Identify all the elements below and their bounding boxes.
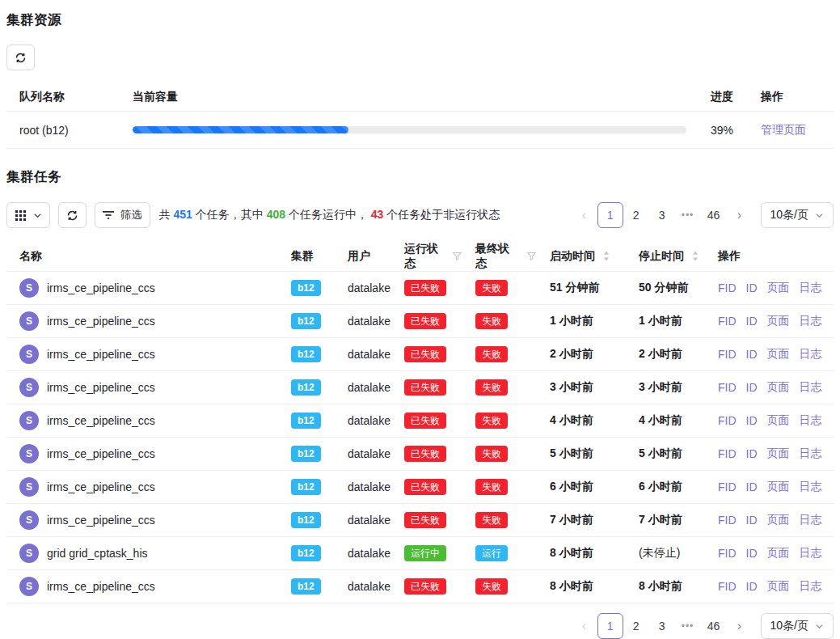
action-link-id[interactable]: ID (746, 348, 758, 361)
sorter-icon[interactable] (602, 250, 610, 262)
action-link-页面[interactable]: 页面 (767, 281, 790, 295)
run-status-tag: 已失败 (404, 413, 446, 429)
start-time: 5 小时前 (537, 446, 626, 461)
avatar: S (19, 477, 39, 497)
user-name: datalake (335, 580, 391, 593)
action-link-id[interactable]: ID (746, 514, 758, 527)
action-link-日志[interactable]: 日志 (800, 546, 822, 561)
action-link-fid[interactable]: FID (718, 514, 737, 527)
tasks-refresh-button[interactable] (58, 202, 87, 228)
action-link-页面[interactable]: 页面 (767, 446, 790, 461)
stop-time: 1 小时前 (626, 314, 705, 328)
resources-refresh-button[interactable] (6, 44, 35, 70)
pagination-page-2[interactable]: 2 (623, 613, 649, 639)
page-size-select[interactable]: 10条/页 (761, 202, 834, 228)
resources-table-header: 队列名称 当前容量 进度 操作 (6, 83, 834, 112)
action-link-页面[interactable]: 页面 (767, 314, 790, 328)
action-link-id[interactable]: ID (746, 281, 758, 294)
pagination-next[interactable]: › (727, 202, 753, 228)
final-status-filter[interactable] (526, 251, 537, 261)
action-link-fid[interactable]: FID (718, 381, 737, 394)
pagination-prev[interactable]: ‹ (572, 613, 597, 639)
action-link-id[interactable]: ID (746, 447, 758, 460)
cluster-tag: b12 (291, 346, 321, 362)
manage-page-link[interactable]: 管理页面 (761, 123, 806, 136)
user-name: datalake (335, 447, 391, 460)
action-link-id[interactable]: ID (746, 580, 758, 593)
stop-time: 6 小时前 (626, 480, 705, 494)
action-link-页面[interactable]: 页面 (767, 413, 790, 428)
pagination-page-46[interactable]: 46 (701, 613, 727, 639)
pagination-ellipsis[interactable]: ••• (675, 613, 701, 639)
page-size-value: 10条/页 (770, 619, 808, 633)
col-stop-time[interactable]: 停止时间 (626, 249, 705, 264)
pagination-prev[interactable]: ‹ (572, 202, 597, 228)
action-link-id[interactable]: ID (746, 414, 758, 427)
pagination-next[interactable]: › (727, 613, 753, 639)
page-size-select[interactable]: 10条/页 (761, 613, 834, 639)
action-link-日志[interactable]: 日志 (800, 347, 822, 362)
filter-funnel-icon[interactable] (526, 251, 537, 261)
action-link-id[interactable]: ID (746, 315, 758, 328)
action-link-fid[interactable]: FID (718, 547, 737, 560)
action-link-日志[interactable]: 日志 (800, 281, 822, 295)
run-status-tag: 运行中 (404, 545, 446, 561)
start-time: 2 小时前 (537, 347, 626, 362)
action-link-id[interactable]: ID (746, 381, 758, 394)
action-link-fid[interactable]: FID (718, 281, 737, 294)
action-link-日志[interactable]: 日志 (800, 480, 822, 494)
sorter-icon[interactable] (691, 250, 699, 262)
pagination-page-2[interactable]: 2 (623, 202, 649, 228)
filter-funnel-icon[interactable] (452, 251, 462, 261)
resource-row: root (b12) 39% 管理页面 (6, 112, 834, 149)
chevron-down-icon (815, 622, 824, 631)
action-link-日志[interactable]: 日志 (800, 579, 822, 594)
pagination-bottom: ‹123•••46›10条/页 (572, 613, 834, 639)
queue-name: root (b12) (6, 124, 120, 137)
action-link-fid[interactable]: FID (718, 480, 737, 493)
col-start-time[interactable]: 启动时间 (537, 249, 626, 264)
pagination-page-3[interactable]: 3 (649, 613, 675, 639)
table-row: Sirms_ce_pipeline_ccs b12 datalake 已失败 失… (6, 438, 834, 471)
pagination-page-1[interactable]: 1 (597, 613, 623, 639)
action-link-日志[interactable]: 日志 (800, 446, 822, 461)
tasks-toolbar: 筛选 共 451 个任务，其中 408 个任务运行中， 43 个任务处于非运行状… (6, 202, 834, 228)
start-time: 3 小时前 (537, 380, 626, 395)
cluster-tag: b12 (291, 479, 321, 495)
task-name: irms_ce_pipeline_ccs (47, 447, 155, 460)
action-link-fid[interactable]: FID (718, 414, 737, 427)
action-link-页面[interactable]: 页面 (767, 513, 790, 527)
run-status-filter[interactable] (452, 251, 462, 261)
action-link-日志[interactable]: 日志 (800, 413, 822, 428)
filter-button[interactable]: 筛选 (95, 202, 150, 228)
action-link-页面[interactable]: 页面 (767, 347, 790, 362)
action-link-日志[interactable]: 日志 (800, 314, 822, 328)
column-settings-button[interactable] (6, 202, 50, 228)
action-link-id[interactable]: ID (746, 547, 758, 560)
final-status-tag: 失败 (475, 379, 508, 396)
pagination-page-3[interactable]: 3 (649, 202, 675, 228)
action-link-页面[interactable]: 页面 (767, 546, 790, 561)
chevron-down-icon (815, 211, 824, 220)
action-link-日志[interactable]: 日志 (800, 380, 822, 395)
pagination-ellipsis[interactable]: ••• (675, 202, 701, 228)
action-link-fid[interactable]: FID (718, 580, 737, 593)
action-link-页面[interactable]: 页面 (767, 380, 790, 395)
pagination-page-1[interactable]: 1 (597, 202, 623, 228)
cluster-tag: b12 (291, 280, 321, 296)
action-link-fid[interactable]: FID (718, 447, 737, 460)
action-link-页面[interactable]: 页面 (767, 480, 790, 494)
action-link-fid[interactable]: FID (718, 348, 737, 361)
tasks-table-header: 名称 集群 用户 运行状态 最终状态 启动时间 停止时间 操作 (6, 241, 834, 272)
col-resource-action: 操作 (748, 90, 834, 104)
table-row: Sirms_ce_pipeline_ccs b12 datalake 已失败 失… (6, 305, 834, 338)
cluster-dashboard: 集群资源 队列名称 当前容量 进度 操作 root (b12) 39% 管理页面… (0, 0, 840, 639)
action-link-日志[interactable]: 日志 (800, 513, 822, 527)
action-link-页面[interactable]: 页面 (767, 579, 790, 594)
stop-time-sorter[interactable] (691, 250, 699, 262)
action-link-id[interactable]: ID (746, 480, 758, 493)
action-link-fid[interactable]: FID (718, 315, 737, 328)
pagination-page-46[interactable]: 46 (701, 202, 727, 228)
user-name: datalake (335, 315, 391, 328)
start-time-sorter[interactable] (602, 250, 610, 262)
